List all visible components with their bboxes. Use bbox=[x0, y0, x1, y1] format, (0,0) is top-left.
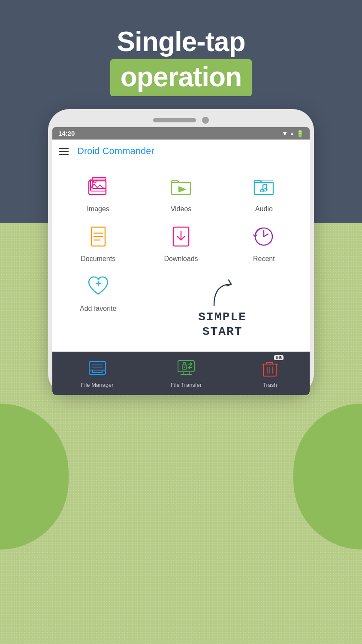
documents-label: Documents bbox=[81, 255, 115, 263]
file-transfer-icon bbox=[175, 357, 197, 379]
battery-icon: 🔋 bbox=[296, 130, 304, 137]
svg-point-3 bbox=[94, 180, 96, 183]
arrow-curve-icon bbox=[205, 276, 240, 310]
svg-point-6 bbox=[260, 189, 264, 192]
images-label: Images bbox=[87, 205, 109, 213]
nav-item-trash[interactable]: 0 B Trash bbox=[259, 357, 281, 388]
grid-item-images[interactable]: Images bbox=[57, 172, 139, 213]
phone-camera bbox=[202, 117, 209, 124]
swoosh-right bbox=[293, 404, 362, 550]
app-grid: Images Videos bbox=[52, 163, 310, 352]
phone-top-bar bbox=[52, 117, 310, 124]
grid-item-documents[interactable]: Documents bbox=[57, 222, 139, 263]
app-bar: Droid Commander bbox=[52, 140, 310, 163]
header-line2: operation bbox=[121, 61, 242, 92]
grid-item-add-favorite[interactable]: Add favorite bbox=[57, 271, 139, 347]
signal-icon: ▲ bbox=[290, 131, 295, 137]
phone-mockup: 14:20 ▼ ▲ 🔋 Droid Commander bbox=[48, 109, 314, 395]
simple-start-text: SIMPLE START bbox=[198, 310, 247, 339]
svg-point-7 bbox=[264, 188, 268, 191]
videos-label: Videos bbox=[171, 205, 192, 213]
header-section: Single-tap operation bbox=[110, 26, 252, 96]
recent-label: Recent bbox=[253, 255, 275, 263]
bottom-nav: File Manager bbox=[52, 352, 310, 395]
svg-point-26 bbox=[184, 367, 185, 368]
simple-start-area: SIMPLE START bbox=[139, 271, 305, 347]
grid-item-downloads[interactable]: Downloads bbox=[139, 222, 222, 263]
nav-item-file-transfer[interactable]: File Transfer bbox=[171, 357, 202, 388]
svg-rect-21 bbox=[178, 361, 194, 372]
phone-speaker bbox=[153, 118, 196, 122]
wifi-icon: ▼ bbox=[282, 130, 288, 137]
swoosh-left bbox=[0, 404, 69, 550]
audio-label: Audio bbox=[255, 205, 273, 213]
images-icon bbox=[83, 172, 113, 202]
file-manager-label: File Manager bbox=[81, 382, 114, 388]
documents-icon bbox=[83, 222, 113, 252]
status-bar: 14:20 ▼ ▲ 🔋 bbox=[52, 127, 310, 140]
add-favorite-icon bbox=[83, 271, 113, 301]
trash-label: Trash bbox=[263, 382, 277, 388]
hamburger-menu[interactable] bbox=[59, 148, 69, 155]
trash-icon: 0 B bbox=[259, 357, 281, 379]
header-line1: Single-tap bbox=[110, 26, 252, 58]
grid-item-videos[interactable]: Videos bbox=[139, 172, 222, 213]
status-icons: ▼ ▲ 🔋 bbox=[282, 130, 304, 137]
add-favorite-label: Add favorite bbox=[80, 305, 116, 313]
simple-start-line1: SIMPLE bbox=[198, 310, 247, 325]
file-transfer-label: File Transfer bbox=[171, 382, 202, 388]
videos-icon bbox=[166, 172, 196, 202]
simple-start-line2: START bbox=[198, 325, 247, 339]
svg-marker-4 bbox=[179, 187, 185, 192]
grid-item-audio[interactable]: Audio bbox=[223, 172, 305, 213]
app-title: Droid Commander bbox=[77, 146, 154, 157]
file-manager-icon bbox=[86, 357, 109, 379]
grid-item-recent[interactable]: Recent bbox=[223, 222, 305, 263]
phone-screen: 14:20 ▼ ▲ 🔋 Droid Commander bbox=[52, 127, 310, 395]
header-line2-wrap: operation bbox=[110, 59, 252, 96]
phone-body: 14:20 ▼ ▲ 🔋 Droid Commander bbox=[48, 109, 314, 395]
audio-icon bbox=[249, 172, 279, 202]
recent-icon bbox=[249, 222, 279, 252]
downloads-label: Downloads bbox=[164, 255, 198, 263]
status-time: 14:20 bbox=[58, 130, 75, 137]
nav-item-file-manager[interactable]: File Manager bbox=[81, 357, 114, 388]
trash-badge: 0 B bbox=[274, 355, 284, 360]
downloads-icon bbox=[166, 222, 196, 252]
